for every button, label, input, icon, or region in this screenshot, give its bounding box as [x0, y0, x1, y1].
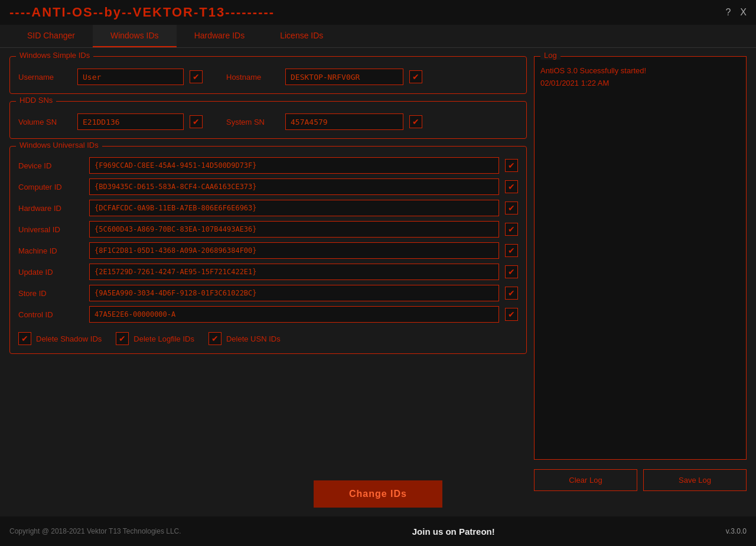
delete-usn-label: Delete USN IDs [226, 334, 281, 343]
delete-usn-checkbox[interactable]: ✔ [208, 332, 221, 345]
universal-id-input[interactable] [89, 221, 499, 238]
volume-row: Volume SN ✔ System SN ✔ [18, 113, 518, 130]
delete-logfile-item: ✔ Delete Logfile IDs [116, 332, 194, 345]
computer-id-checkbox[interactable]: ✔ [505, 180, 518, 193]
control-id-input[interactable] [89, 306, 499, 323]
title-bar: ----ANTI-OS--by--VEKTOR-T13--------- ? X [0, 0, 756, 25]
username-row: Username ✔ Hostname ✔ [18, 69, 518, 85]
delete-options-row: ✔ Delete Shadow IDs ✔ Delete Logfile IDs… [18, 332, 518, 345]
hostname-label: Hostname [226, 73, 279, 82]
store-id-label: Store ID [18, 289, 83, 298]
store-id-input[interactable] [89, 285, 499, 301]
universal-ids-group: Windows Universal IDs Device ID ✔ Comput… [9, 146, 527, 354]
username-input[interactable] [77, 69, 184, 85]
system-sn-input[interactable] [285, 113, 403, 130]
store-id-checkbox[interactable]: ✔ [505, 287, 518, 300]
system-sn-label: System SN [226, 118, 279, 126]
delete-usn-item: ✔ Delete USN IDs [208, 332, 281, 345]
help-button[interactable]: ? [725, 7, 731, 18]
app-title: ----ANTI-OS--by--VEKTOR-T13--------- [9, 5, 275, 20]
volume-input[interactable] [77, 113, 184, 130]
update-id-row: Update ID ✔ [18, 264, 518, 280]
log-title: Log [540, 51, 561, 60]
volume-label: Volume SN [18, 118, 71, 126]
computer-id-label: Computer ID [18, 183, 83, 191]
tab-sid-changer[interactable]: SID Changer [9, 25, 93, 47]
computer-id-input[interactable] [89, 178, 499, 195]
control-id-label: Control ID [18, 310, 83, 319]
system-sn-checkbox[interactable]: ✔ [409, 115, 422, 128]
hostname-input[interactable] [285, 69, 403, 85]
machine-id-input[interactable] [89, 242, 499, 259]
main-content: Windows Simple IDs Username ✔ Hostname ✔… [0, 48, 756, 499]
copyright-text: Copyright @ 2018-2021 Vektor T13 Technol… [9, 527, 181, 535]
username-checkbox[interactable]: ✔ [190, 70, 203, 83]
universal-id-row: Universal ID ✔ [18, 221, 518, 238]
delete-shadow-item: ✔ Delete Shadow IDs [18, 332, 102, 345]
device-id-input[interactable] [89, 157, 499, 174]
update-id-checkbox[interactable]: ✔ [505, 265, 518, 278]
machine-id-row: Machine ID ✔ [18, 242, 518, 259]
simple-ids-title: Windows Simple IDs [16, 51, 93, 60]
device-id-label: Device ID [18, 161, 83, 170]
delete-shadow-label: Delete Shadow IDs [36, 334, 102, 343]
save-log-button[interactable]: Save Log [643, 469, 747, 491]
close-button[interactable]: X [740, 7, 747, 18]
tab-hardware-ids[interactable]: Hardware IDs [177, 25, 263, 47]
hardware-id-row: Hardware ID ✔ [18, 200, 518, 216]
delete-logfile-label: Delete Logfile IDs [133, 334, 194, 343]
hardware-id-label: Hardware ID [18, 204, 83, 213]
hostname-checkbox[interactable]: ✔ [409, 70, 422, 83]
universal-ids-title: Windows Universal IDs [16, 141, 102, 150]
hdd-sns-group: HDD SNs Volume SN ✔ System SN ✔ [9, 101, 527, 139]
tab-license-ids[interactable]: License IDs [262, 25, 341, 47]
version-text: v.3.0.0 [726, 527, 747, 535]
delete-logfile-checkbox[interactable]: ✔ [116, 332, 129, 345]
store-id-row: Store ID ✔ [18, 285, 518, 301]
patreon-text: Join us on Patreon! [412, 526, 495, 537]
update-id-label: Update ID [18, 268, 83, 277]
log-text: AntiOS 3.0 Sucessfully started! 02/01/20… [540, 66, 646, 87]
device-id-checkbox[interactable]: ✔ [505, 159, 518, 172]
machine-id-label: Machine ID [18, 246, 83, 255]
tab-bar: SID Changer Windows IDs Hardware IDs Lic… [0, 25, 756, 48]
control-id-checkbox[interactable]: ✔ [505, 308, 518, 321]
log-content: AntiOS 3.0 Sucessfully started! 02/01/20… [540, 63, 740, 90]
simple-ids-group: Windows Simple IDs Username ✔ Hostname ✔ [9, 56, 527, 94]
clear-log-button[interactable]: Clear Log [534, 469, 637, 491]
change-ids-button[interactable]: Change IDs [314, 480, 442, 508]
log-box: Log AntiOS 3.0 Sucessfully started! 02/0… [534, 56, 747, 460]
control-id-row: Control ID ✔ [18, 306, 518, 323]
machine-id-checkbox[interactable]: ✔ [505, 244, 518, 257]
hardware-id-input[interactable] [89, 200, 499, 216]
username-label: Username [18, 73, 71, 82]
window-controls: ? X [725, 7, 747, 18]
hardware-id-checkbox[interactable]: ✔ [505, 202, 518, 214]
right-panel: Log AntiOS 3.0 Sucessfully started! 02/0… [534, 56, 747, 491]
left-panel: Windows Simple IDs Username ✔ Hostname ✔… [9, 56, 527, 491]
universal-id-checkbox[interactable]: ✔ [505, 223, 518, 236]
update-id-input[interactable] [89, 264, 499, 280]
log-buttons: Clear Log Save Log [534, 469, 747, 491]
tab-windows-ids[interactable]: Windows IDs [93, 25, 177, 47]
delete-shadow-checkbox[interactable]: ✔ [18, 332, 31, 345]
computer-id-row: Computer ID ✔ [18, 178, 518, 195]
universal-id-label: Universal ID [18, 225, 83, 234]
hdd-sns-title: HDD SNs [16, 96, 56, 105]
device-id-row: Device ID ✔ [18, 157, 518, 174]
volume-checkbox[interactable]: ✔ [190, 115, 203, 128]
footer: Copyright @ 2018-2021 Vektor T13 Technol… [0, 516, 756, 546]
